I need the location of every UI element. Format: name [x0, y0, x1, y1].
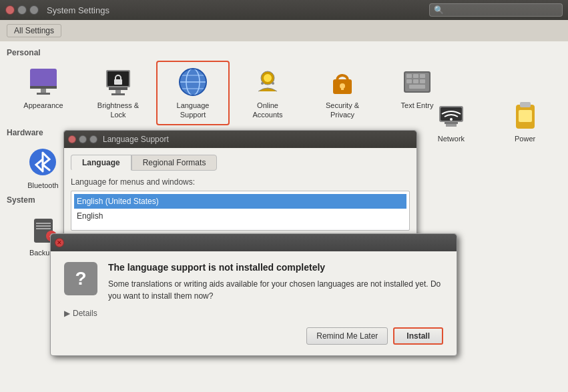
svg-point-20 [272, 82, 274, 85]
svg-rect-30 [406, 79, 412, 83]
svg-rect-28 [413, 74, 418, 78]
svg-rect-24 [341, 86, 344, 90]
network-label: Network [438, 134, 465, 143]
tab-regional-formats[interactable]: Regional Formats [131, 155, 218, 171]
svg-rect-48 [519, 110, 532, 122]
text-entry-icon [401, 66, 433, 98]
power-label: Power [515, 134, 535, 143]
svg-rect-7 [114, 79, 122, 85]
svg-rect-50 [36, 223, 51, 224]
search-input[interactable] [429, 3, 563, 17]
language-support-icon [177, 66, 209, 98]
lang-list-item-en[interactable]: English [74, 209, 406, 223]
svg-rect-10 [111, 93, 125, 95]
sidebar-item-brightness-lock[interactable]: Brightness &Lock [81, 61, 155, 125]
lang-tabs-row: Language Regional Formats [71, 155, 410, 171]
lang-dialog-min[interactable] [79, 135, 87, 143]
svg-rect-44 [446, 124, 457, 127]
language-dialog-titlebar: Language Support [64, 131, 416, 148]
sidebar-item-power[interactable]: Power [489, 94, 561, 195]
question-icon: ? [64, 262, 97, 295]
appearance-icon [27, 66, 59, 98]
svg-rect-43 [445, 122, 458, 124]
lang-dialog-max[interactable] [89, 135, 97, 143]
titlebar-buttons [5, 5, 39, 15]
bluetooth-label: Bluetooth [27, 181, 58, 190]
brightness-lock-icon [102, 66, 134, 98]
security-privacy-icon [326, 66, 358, 98]
language-support-label: LanguageSupport [177, 101, 210, 120]
search-container: 🔍 [429, 3, 563, 17]
sidebar-item-security-privacy[interactable]: Security &Privacy [306, 61, 379, 125]
install-text-block: The language support is not installed co… [108, 262, 443, 302]
personal-section-label: Personal [7, 48, 561, 57]
svg-rect-51 [36, 225, 51, 227]
svg-rect-0 [30, 69, 57, 89]
install-dialog-buttons: Remind Me Later Install [64, 327, 443, 345]
install-dialog-main: ? The language support is not installed … [64, 262, 443, 302]
svg-rect-27 [406, 74, 412, 78]
details-arrow-icon: ▶ [64, 309, 70, 318]
lang-list-item-en-us[interactable]: English (United States) [74, 194, 406, 209]
svg-rect-3 [37, 93, 50, 95]
svg-rect-2 [41, 89, 46, 93]
lang-dialog-close[interactable] [68, 135, 76, 143]
svg-rect-8 [109, 87, 127, 90]
online-accounts-icon [252, 66, 284, 98]
sidebar-item-network[interactable]: Network [415, 94, 488, 195]
svg-rect-31 [413, 79, 418, 83]
all-settings-bar: All Settings [0, 20, 568, 41]
minimize-button[interactable] [17, 5, 27, 15]
remind-me-later-button[interactable]: Remind Me Later [306, 327, 388, 345]
lang-list: English (United States) English [71, 191, 410, 231]
details-label: Details [73, 309, 97, 318]
network-icon [435, 99, 467, 131]
svg-rect-29 [420, 74, 425, 78]
details-row[interactable]: ▶ Details [64, 309, 443, 318]
svg-point-19 [261, 82, 264, 85]
lang-list-label: Language for menus and windows: [71, 177, 410, 187]
svg-rect-1 [30, 86, 57, 89]
bluetooth-icon [27, 146, 59, 178]
online-accounts-label: OnlineAccounts [252, 101, 282, 120]
install-language-dialog: ✕ ? The language support is not installe… [50, 233, 457, 356]
power-icon [509, 99, 541, 131]
window-title: System Settings [47, 5, 109, 15]
brightness-lock-label: Brightness &Lock [97, 101, 139, 120]
install-heading: The language support is not installed co… [108, 262, 443, 273]
titlebar: System Settings 🔍 [0, 0, 568, 20]
tab-language[interactable]: Language [71, 155, 131, 171]
install-button[interactable]: Install [393, 327, 443, 345]
svg-rect-32 [420, 79, 425, 83]
install-body-text: Some translations or writing aids availa… [108, 278, 443, 302]
svg-rect-33 [409, 85, 425, 89]
svg-rect-47 [520, 102, 531, 107]
install-dialog-titlebar: ✕ [51, 234, 457, 251]
install-dialog-close-button[interactable]: ✕ [55, 238, 64, 247]
lang-dialog-title: Language Support [103, 135, 169, 144]
svg-point-18 [264, 74, 272, 82]
install-dialog-body: ? The language support is not installed … [51, 251, 457, 355]
sidebar-item-online-accounts[interactable]: OnlineAccounts [231, 61, 304, 125]
sidebar-item-appearance[interactable]: Appearance [7, 61, 80, 125]
close-button[interactable] [5, 5, 15, 15]
all-settings-button[interactable]: All Settings [7, 24, 61, 37]
appearance-label: Appearance [23, 101, 63, 110]
sidebar-item-language-support[interactable]: LanguageSupport [156, 61, 230, 125]
svg-rect-52 [36, 228, 51, 229]
svg-point-45 [450, 118, 453, 121]
maximize-button[interactable] [29, 5, 39, 15]
svg-rect-9 [115, 90, 121, 93]
security-privacy-label: Security &Privacy [326, 101, 359, 120]
